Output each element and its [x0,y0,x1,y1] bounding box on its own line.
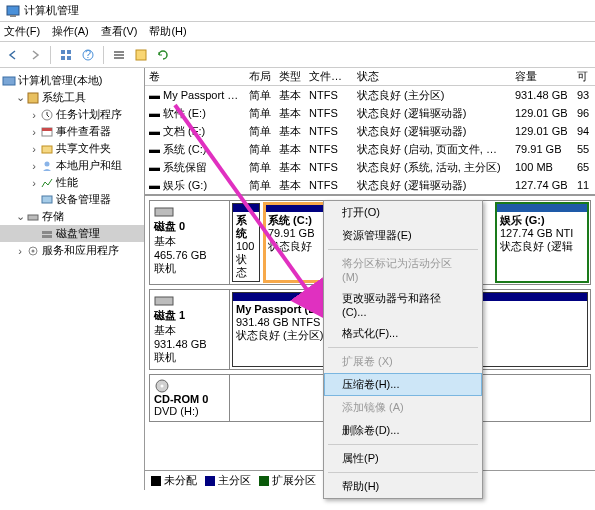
svg-rect-16 [42,128,52,131]
svg-rect-11 [136,50,146,60]
cd-icon [154,379,174,393]
ctx-extend: 扩展卷 (X) [324,350,482,373]
svg-rect-10 [114,57,124,59]
divider [103,46,104,64]
toolbar: ? [0,42,595,68]
svg-rect-22 [42,235,52,238]
col-status[interactable]: 状态 [353,69,511,84]
tree-storage[interactable]: ⌄存储 [0,208,144,225]
ctx-properties[interactable]: 属性(P) [324,447,482,470]
list-icon[interactable] [110,46,128,64]
tree-task-scheduler[interactable]: ›任务计划程序 [0,106,144,123]
menu-action[interactable]: 操作(A) [52,24,89,39]
tree-performance[interactable]: ›性能 [0,174,144,191]
col-fs[interactable]: 文件系统 [305,69,353,84]
refresh-icon[interactable] [154,46,172,64]
svg-rect-0 [7,6,19,15]
ctx-add-mirror: 添加镜像 (A) [324,396,482,419]
tree-root[interactable]: 计算机管理(本地) [0,72,144,89]
svg-rect-2 [61,50,65,54]
partition-c[interactable]: 系统 (C:)79.91 GB状态良好 [264,203,326,282]
menu-file[interactable]: 文件(F) [4,24,40,39]
ctx-open[interactable]: 打开(O) [324,201,482,224]
menu-view[interactable]: 查看(V) [101,24,138,39]
nav-back-icon[interactable] [4,46,22,64]
list-header: 卷 布局 类型 文件系统 状态 容量 可 [145,68,595,86]
separator [328,347,478,348]
volume-row[interactable]: ▬ 系统保留简单基本NTFS状态良好 (系统, 活动, 主分区)100 MB65 [145,158,595,176]
app-title: 计算机管理 [24,3,79,18]
app-icon [6,4,20,18]
ctx-change-drive[interactable]: 更改驱动器号和路径(C)... [324,287,482,322]
svg-rect-1 [10,15,16,17]
partition-g[interactable]: 娱乐 (G:)127.74 GB NTI状态良好 (逻辑 [496,203,588,282]
separator [328,444,478,445]
props-icon[interactable] [132,46,150,64]
ctx-mark-active: 将分区标记为活动分区(M) [324,252,482,287]
tree-services-apps[interactable]: ›服务和应用程序 [0,242,144,259]
volume-row[interactable]: ▬ 软件 (E:)简单基本NTFS状态良好 (逻辑驱动器)129.01 GB96 [145,104,595,122]
ctx-help[interactable]: 帮助(H) [324,475,482,498]
titlebar: 计算机管理 [0,0,595,22]
svg-point-18 [45,161,50,166]
svg-rect-3 [67,50,71,54]
disk-1-info[interactable]: 磁盘 1 基本 931.48 GB 联机 [150,290,230,369]
volume-row[interactable]: ▬ 文档 (F:)简单基本NTFS状态良好 (逻辑驱动器)129.01 GB94 [145,122,595,140]
ctx-shrink[interactable]: 压缩卷(H)... [324,373,482,396]
separator [328,472,478,473]
nav-fwd-icon[interactable] [26,46,44,64]
col-layout[interactable]: 布局 [245,69,275,84]
divider [50,46,51,64]
disk-icon [154,294,174,308]
cdrom-info[interactable]: CD-ROM 0 DVD (H:) [150,375,230,421]
nav-tree: 计算机管理(本地) ⌄系统工具 ›任务计划程序 ›事件查看器 ›共享文件夹 ›本… [0,68,145,490]
legend-extended: 扩展分区 [259,473,316,488]
svg-text:?: ? [85,48,91,60]
tree-system-tools[interactable]: ⌄系统工具 [0,89,144,106]
volume-row[interactable]: ▬ 娱乐 (G:)简单基本NTFS状态良好 (逻辑驱动器)127.74 GB11 [145,176,595,194]
ctx-explorer[interactable]: 资源管理器(E) [324,224,482,247]
disk-0-info[interactable]: 磁盘 0 基本 465.76 GB 联机 [150,201,230,284]
views-icon[interactable] [57,46,75,64]
col-free[interactable]: 可 [573,69,595,84]
svg-rect-5 [67,56,71,60]
ctx-format[interactable]: 格式化(F)... [324,322,482,345]
tree-device-manager[interactable]: 设备管理器 [0,191,144,208]
help-icon[interactable]: ? [79,46,97,64]
partition-system-reserved[interactable]: 系统100状态 [232,203,260,282]
separator [328,249,478,250]
svg-rect-19 [42,196,52,203]
tree-event-viewer[interactable]: ›事件查看器 [0,123,144,140]
svg-rect-17 [42,146,52,153]
svg-rect-8 [114,51,124,53]
ctx-delete[interactable]: 删除卷(D)... [324,419,482,442]
svg-rect-13 [28,93,38,103]
svg-rect-21 [42,231,52,234]
svg-rect-9 [114,54,124,56]
disk-icon [154,205,174,219]
col-capacity[interactable]: 容量 [511,69,573,84]
volume-row[interactable]: ▬ My Passport (D:)简单基本NTFS状态良好 (主分区)931.… [145,86,595,104]
tree-shared-folders[interactable]: ›共享文件夹 [0,140,144,157]
svg-rect-20 [28,215,38,220]
tree-local-users[interactable]: ›本地用户和组 [0,157,144,174]
svg-point-28 [161,385,164,388]
volume-list: 卷 布局 类型 文件系统 状态 容量 可 ▬ My Passport (D:)简… [145,68,595,196]
svg-rect-12 [3,77,15,85]
legend-primary: 主分区 [205,473,251,488]
svg-rect-25 [155,208,173,216]
context-menu: 打开(O) 资源管理器(E) 将分区标记为活动分区(M) 更改驱动器号和路径(C… [323,200,483,499]
menu-help[interactable]: 帮助(H) [149,24,186,39]
menubar: 文件(F) 操作(A) 查看(V) 帮助(H) [0,22,595,42]
svg-point-24 [32,249,35,252]
volume-row[interactable]: ▬ 系统 (C:)简单基本NTFS状态良好 (启动, 页面文件, 故障转储, 主… [145,140,595,158]
svg-rect-26 [155,297,173,305]
svg-rect-4 [61,56,65,60]
legend-unalloc: 未分配 [151,473,197,488]
tree-disk-management[interactable]: 磁盘管理 [0,225,144,242]
col-type[interactable]: 类型 [275,69,305,84]
col-volume[interactable]: 卷 [145,69,245,84]
